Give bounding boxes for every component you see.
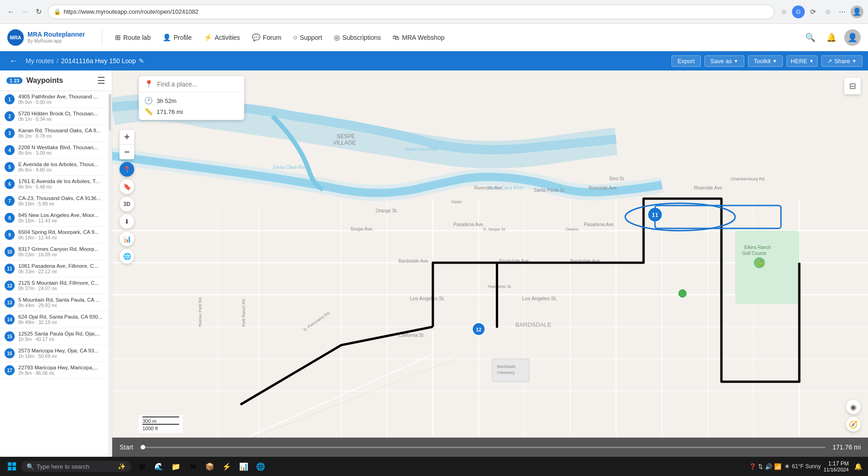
more-button[interactable]: ⋯ <box>836 5 849 18</box>
user-avatar-header[interactable]: 👤 <box>844 29 861 46</box>
compass-button[interactable]: 🧭 <box>846 417 861 432</box>
subscriptions-icon: ◎ <box>334 33 340 42</box>
location-button[interactable]: 📍 <box>120 162 134 177</box>
waypoint-item[interactable]: 1722793 Maricopa Hwy, Maricopa,...2h 8m … <box>0 362 112 379</box>
nav-webshop[interactable]: 🛍 MRA Webshop <box>387 30 450 45</box>
waypoint-item[interactable]: 8845 New Los Angeles Ave, Moor...0h 16m … <box>0 210 112 227</box>
toolkit-button[interactable]: Toolkit ▼ <box>748 55 783 67</box>
sidebar-menu-button[interactable]: ☰ <box>97 75 105 86</box>
nav-profile[interactable]: 👤 Profile <box>157 30 197 45</box>
waypoint-name: 2125 S Mountain Rd, Fillmore, C... <box>18 280 107 286</box>
sync-button[interactable]: ⟳ <box>807 5 819 18</box>
waypoint-item[interactable]: 7CA-23, Thousand Oaks, CA 9136...0h 10m … <box>0 193 112 210</box>
back-button[interactable]: ← <box>5 5 17 18</box>
breadcrumb: My routes / 20141116a Hwy 150 Loop ✎ <box>26 57 667 65</box>
find-place-input-row[interactable]: 📍 <box>139 76 244 92</box>
address-bar[interactable]: 🔒 https://www.myrouteapp.com/route/open/… <box>48 5 775 19</box>
waypoint-meta: 0h 6m · 3.09 mi <box>18 150 107 156</box>
chart-button[interactable]: 📊 <box>120 232 134 246</box>
waypoints-list: 14905 Pathfinder Ave, Thousand ...0h 0m … <box>0 91 112 457</box>
waypoint-item[interactable]: 14905 Pathfinder Ave, Thousand ...0h 0m … <box>0 91 112 108</box>
waypoint-number: 14 <box>5 314 15 325</box>
nav-routelab[interactable]: ⊞ Route lab <box>109 30 156 45</box>
waypoint-item[interactable]: 111081 Pasadena Ave, Fillmore, C...0h 33… <box>0 260 112 277</box>
svg-text:Santa Paula St.: Santa Paula St. <box>534 188 566 193</box>
logo-area[interactable]: MRA MRA Routeplanner By MyRoute-app <box>7 29 94 46</box>
routelab-label: Route lab <box>123 34 151 41</box>
waypoint-item[interactable]: 3Kanan Rd, Thousand Oaks, CA 9...0h 2m ·… <box>0 125 112 142</box>
terminal-button[interactable]: ⚡ <box>218 458 235 475</box>
distance-icon: 📏 <box>144 108 153 116</box>
waypoint-item[interactable]: 122125 S Mountain Rd, Fillmore, C...0h 3… <box>0 277 112 294</box>
globe-button[interactable]: 🌐 <box>120 249 134 264</box>
bookmark-map-button[interactable]: 🔖 <box>120 179 134 194</box>
zoom-in-button[interactable]: + <box>120 130 134 145</box>
user-avatar[interactable]: 👤 <box>851 5 863 18</box>
waypoint-name: 12525 Santa Paula Ojai Rd, Ojai,... <box>18 331 107 336</box>
nav-support[interactable]: ○ Support <box>288 30 328 45</box>
waypoint-info: 624 Ojai Rd, Santa Paula, CA 930...0h 49… <box>18 314 107 325</box>
star-button[interactable]: ☆ <box>777 5 790 18</box>
find-place-input[interactable] <box>157 81 239 88</box>
forward-button[interactable]: → <box>18 5 31 18</box>
waypoint-item[interactable]: 5E Avenida de los Arboles, Thous...0h 8m… <box>0 159 112 176</box>
waypoint-item[interactable]: 162573 Maricopa Hwy, Ojai, CA 93...1h 18… <box>0 345 112 362</box>
mail-button[interactable]: ✉ <box>185 458 201 475</box>
threed-button[interactable]: 3D <box>120 197 134 211</box>
nav-subscriptions[interactable]: ◎ Subscriptions <box>328 30 386 45</box>
task-view-button[interactable]: ⊞ <box>134 458 150 475</box>
tray-speaker-icon: 🔊 <box>765 463 772 470</box>
waypoint-item[interactable]: 14624 Ojai Rd, Santa Paula, CA 930...0h … <box>0 311 112 328</box>
svg-text:BARDSDALE: BARDSDALE <box>515 321 551 328</box>
edit-icon[interactable]: ✎ <box>139 57 144 65</box>
waypoint-meta: 0h 49m · 32.19 mi <box>18 319 107 325</box>
notification-button[interactable]: 🔔 <box>823 29 840 46</box>
taskbar-search[interactable]: 🔍 Type here to search ✨ <box>21 461 131 472</box>
waypoint-name: 845 New Los Angeles Ave, Moor... <box>18 212 107 218</box>
dropbox-button[interactable]: 📦 <box>202 458 218 475</box>
my-routes-link[interactable]: My routes <box>26 57 54 65</box>
nav-activities[interactable]: ⚡ Activities <box>198 30 246 45</box>
share-button[interactable]: ↗ Share ▼ <box>821 55 863 67</box>
download-button[interactable]: ⬇ <box>120 214 134 229</box>
waypoint-item[interactable]: 135 Mountain Rd, Santa Paula, CA ...0h 4… <box>0 294 112 311</box>
total-distance: 171.76 mi <box>833 444 861 451</box>
map-area: Orange St. Simi St. Chambersburg Rd. San… <box>112 70 868 457</box>
explorer-button[interactable]: 📁 <box>168 458 184 475</box>
route-back-button[interactable]: ← <box>5 54 21 68</box>
notifications-button[interactable]: 🔔 <box>852 460 864 473</box>
recenter-button[interactable]: ◉ <box>846 400 861 414</box>
save-as-button[interactable]: Save as ▼ <box>704 55 744 67</box>
waypoint-item[interactable]: 108317 Grimes Canyon Rd, Moorp...0h 23m … <box>0 243 112 260</box>
search-button[interactable]: 🔍 <box>802 29 819 46</box>
svg-rect-69 <box>12 467 16 471</box>
zoom-out-button[interactable]: − <box>120 145 134 159</box>
here-selector[interactable]: HERE ▼ <box>786 55 818 67</box>
here-caret-icon: ▼ <box>809 59 813 64</box>
browser-action-buttons: ☆ G ⟳ ☆ ⋯ 👤 <box>777 5 863 18</box>
bookmark-button[interactable]: ☆ <box>821 5 834 18</box>
waypoint-name: 4905 Pathfinder Ave, Thousand ... <box>18 94 107 99</box>
waypoint-name: Kanan Rd, Thousand Oaks, CA 9... <box>18 128 107 133</box>
waypoint-number: 13 <box>5 298 15 308</box>
svg-text:SESPE: SESPE <box>337 133 355 140</box>
edge-button[interactable]: 🌊 <box>151 458 167 475</box>
waypoint-info: 2208 N Westlake Blvd, Thousan...0h 6m · … <box>18 145 107 156</box>
export-button[interactable]: Export <box>671 55 701 67</box>
refresh-button[interactable]: ↻ <box>32 5 45 18</box>
waypoint-item[interactable]: 1512525 Santa Paula Ojai Rd, Ojai,...1h … <box>0 328 112 345</box>
windows-start-button[interactable] <box>4 458 20 475</box>
waypoint-name: 2573 Maricopa Hwy, Ojai, CA 93... <box>18 348 107 353</box>
nav-forum[interactable]: 💬 Forum <box>246 30 287 45</box>
progress-bar[interactable] <box>141 447 825 448</box>
account-button[interactable]: G <box>792 5 805 18</box>
chrome-button[interactable]: 🌐 <box>252 458 269 475</box>
layer-button[interactable]: ⊟ <box>844 78 861 94</box>
waypoint-item[interactable]: 61761 E Avenida de los Arboles, T...0h 9… <box>0 176 112 193</box>
excel-button[interactable]: 📊 <box>235 458 252 475</box>
waypoint-item[interactable]: 25720 Hidden Brook Ct, Thousan...0h 1m ·… <box>0 108 112 125</box>
svg-text:12: 12 <box>476 327 481 332</box>
tray-network-icon: 📶 <box>774 463 781 470</box>
waypoint-item[interactable]: 96504 Spring Rd, Moorpark, CA 9...0h 18m… <box>0 227 112 243</box>
waypoint-item[interactable]: 42208 N Westlake Blvd, Thousan...0h 6m ·… <box>0 142 112 159</box>
